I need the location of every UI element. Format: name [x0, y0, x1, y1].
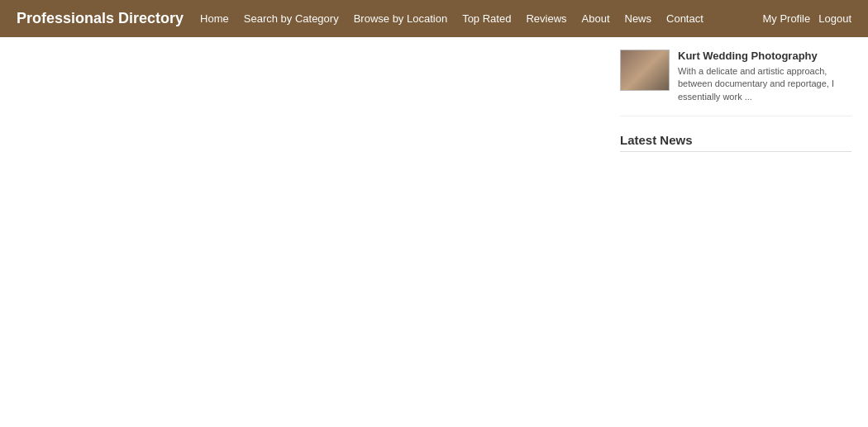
nav-link-reviews[interactable]: Reviews	[526, 12, 566, 25]
nav-link-about[interactable]: About	[582, 12, 610, 25]
sidebar-featured: Kurt Wedding Photography With a delicate…	[620, 50, 851, 116]
user-actions: My Profile Logout	[762, 12, 851, 25]
site-title: Professionals Directory	[17, 10, 184, 27]
nav-link-contact[interactable]: Contact	[666, 12, 703, 25]
sidebar-featured-image	[620, 50, 670, 91]
nav-link-news[interactable]: News	[625, 12, 652, 25]
nav-link-search-by-category[interactable]: Search by Category	[244, 12, 339, 25]
sidebar-featured-title: Kurt Wedding Photography	[678, 50, 851, 62]
nav-link-browse-by-location[interactable]: Browse by Location	[354, 12, 447, 25]
sidebar: Kurt Wedding Photography With a delicate…	[620, 50, 851, 160]
listings-column	[17, 50, 603, 160]
sidebar-featured-content: Kurt Wedding Photography With a delicate…	[678, 50, 851, 103]
sidebar-featured-desc: With a delicate and artistic approach, b…	[678, 65, 851, 103]
my-profile-link[interactable]: My Profile	[762, 12, 810, 25]
sidebar-featured-img-box	[620, 50, 670, 91]
main-nav: HomeSearch by CategoryBrowse by Location…	[200, 12, 762, 25]
logout-link[interactable]: Logout	[818, 12, 851, 25]
nav-link-home[interactable]: Home	[200, 12, 229, 25]
main-layout: Kurt Wedding Photography With a delicate…	[0, 37, 868, 173]
header: Professionals Directory HomeSearch by Ca…	[0, 0, 868, 37]
latest-news-title: Latest News	[620, 133, 851, 152]
nav-link-top-rated[interactable]: Top Rated	[462, 12, 511, 25]
